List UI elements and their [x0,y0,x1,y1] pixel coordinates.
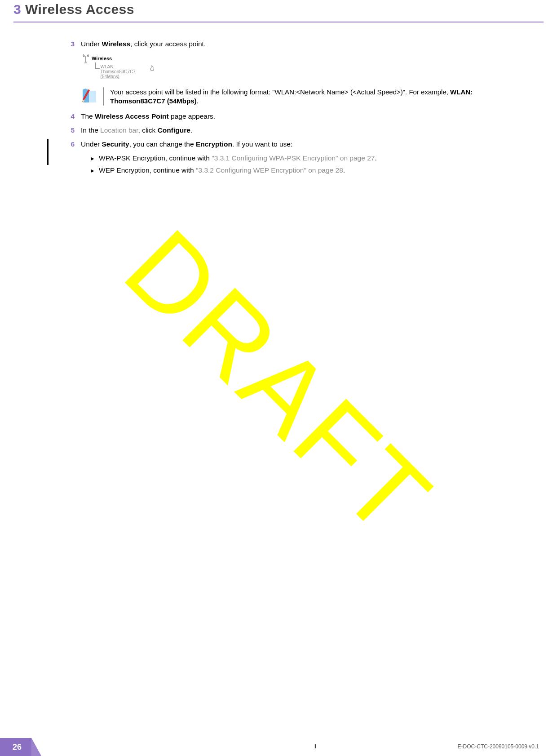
header-rule [13,22,544,22]
wlan-speed-label: (54Mbps) [101,74,149,79]
location-bar-ref: Location bar [100,126,138,134]
step-number: 5 [66,126,75,135]
chapter-number: 3 [13,2,21,17]
step-4: 4 The Wireless Access Point page appears… [66,112,521,121]
step-text: In the [81,126,100,134]
xref-link[interactable]: "3.3.1 Configuring WPA-PSK Encryption" o… [212,154,375,162]
step-6: 6 Under Security, you can change the Enc… [66,140,521,149]
antenna-icon [83,53,89,63]
note-divider [103,87,104,106]
step-text: Under [81,140,102,148]
content-body: 3 Under Wireless, click your access poin… [66,40,521,178]
step-text: , click your access point. [130,40,206,48]
chapter-title: Wireless Access [25,2,134,17]
info-note: Your access point will be listed in the … [81,87,521,106]
document-id: E-DOC-CTC-20090105-0009 v0.1 [458,743,539,750]
page-number: 26 [13,743,22,752]
wireless-tree-screenshot: Wireless WLAN: Thomson83C7C7 (54Mbps) [83,53,155,79]
note-text: Your access point will be listed in the … [110,88,450,96]
page-number-tab: 26 [0,738,31,756]
triangle-bullet-icon: ▶ [91,154,94,163]
encryption-options-list: ▶ WPA-PSK Encryption, continue with "3.3… [91,154,521,175]
step-text: The [81,112,95,120]
tree-elbow-icon [95,62,100,69]
step-bold: Wireless [102,40,131,48]
step-3: 3 Under Wireless, click your access poin… [66,40,521,49]
step-number: 3 [66,40,75,49]
change-bar [47,139,49,165]
step-text: . If you want to use: [232,140,292,148]
xref-link[interactable]: "3.3.2 Configuring WEP Encryption" on pa… [196,166,343,174]
chapter-header: 3 Wireless Access [13,0,544,22]
draft-watermark: DRAFT [107,212,450,555]
bullet-text: . [343,166,345,174]
wlan-link-label: WLAN: Thomson83C7C7 [101,64,149,74]
list-item: ▶ WEP Encryption, continue with "3.3.2 C… [91,166,521,175]
step-number: 6 [66,140,75,149]
svg-marker-1 [84,62,87,63]
page-footer: 26 I E-DOC-CTC-20090105-0009 v0.1 [0,731,557,756]
step-bold: Security [102,140,129,148]
bullet-text: . [375,154,376,162]
bullet-text: WPA-PSK Encryption, continue with [99,154,212,162]
step-text: , you can change the [129,140,196,148]
step-5: 5 In the Location bar, click Configure. [66,126,521,135]
bullet-text: WEP Encryption, continue with [99,166,196,174]
list-item: ▶ WPA-PSK Encryption, continue with "3.3… [91,154,521,163]
step-text: Under [81,40,102,48]
note-text: . [197,97,199,105]
step-text: page appears. [169,112,215,120]
triangle-bullet-icon: ▶ [91,166,94,175]
wireless-label: Wireless [92,55,112,62]
step-bold: Configure [158,126,190,134]
step-text: , click [138,126,158,134]
footer-mark: I [314,743,317,750]
step-bold: Wireless Access Point [95,112,169,120]
step-bold: Encryption [196,140,232,148]
step-text: . [190,126,192,134]
pencil-note-icon [81,87,98,104]
step-number: 4 [66,112,75,121]
svg-rect-0 [85,56,86,62]
hand-cursor-icon [150,65,155,71]
